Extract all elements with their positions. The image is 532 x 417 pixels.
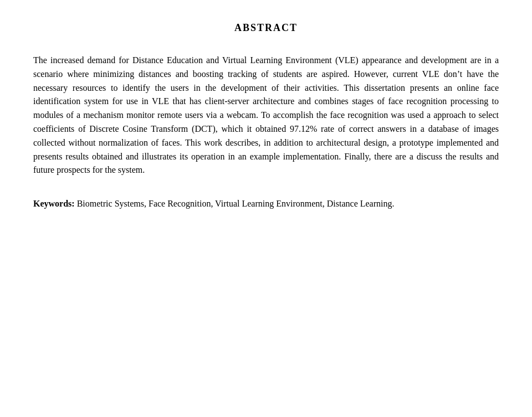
- keywords-text: Biometric Systems, Face Recognition, Vir…: [77, 199, 395, 208]
- page-container: ABSTRACT The increased demand for Distan…: [0, 0, 532, 417]
- abstract-body: The increased demand for Distance Educat…: [33, 54, 499, 177]
- abstract-title: ABSTRACT: [33, 22, 499, 34]
- keywords-section: Keywords: Biometric Systems, Face Recogn…: [33, 197, 499, 211]
- keywords-label: Keywords:: [33, 199, 75, 208]
